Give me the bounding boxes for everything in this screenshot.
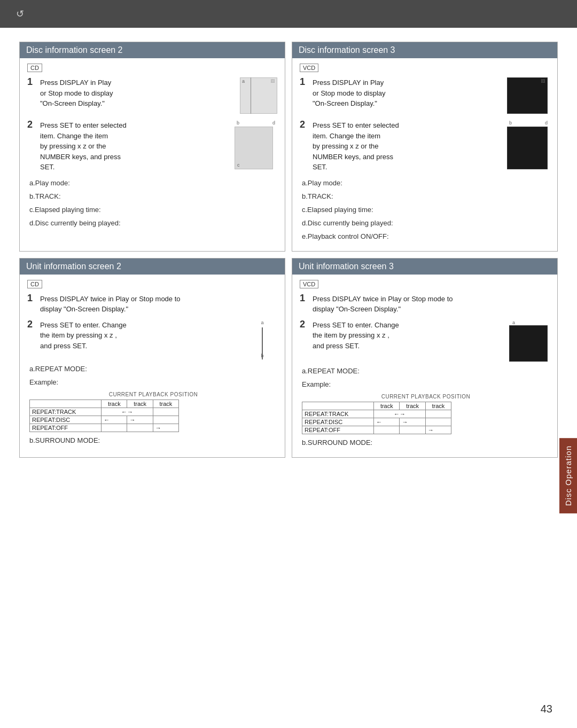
repeat-off-label: REPEAT:OFF: [30, 424, 102, 432]
disc-info-3-header: Disc information screen 3: [292, 42, 557, 58]
unit-step-num-3-1: 1: [300, 293, 313, 304]
disc-info-2-step2: 2 Press SET to enter selecteditem. Chang…: [27, 120, 277, 173]
unit-info-2-step1: 1 Press DISPLAY twice in Play or Stop mo…: [27, 294, 277, 315]
unit-step-text-3-2: Press SET to enter. Changethe item by pr…: [313, 320, 505, 351]
repeat-table-3: track track track REPEAT:TRACK ←→ REPEAT…: [302, 402, 451, 434]
step-num-2: 2: [27, 119, 40, 130]
sub-item-d: d.Disc currently being played:: [29, 219, 277, 227]
table-row: REPEAT:TRACK ←→: [302, 410, 451, 418]
unit-step-num-1: 1: [27, 293, 40, 304]
unit-info-2-header: Unit information screen 2: [20, 259, 285, 275]
step-text-2: Press SET to enter selecteditem. Change …: [40, 120, 230, 173]
disc-badge-vcd-3: VCD: [300, 64, 318, 72]
disc-info-2-img1: 🖼: [240, 77, 277, 114]
sub-item-3-a: a.Play mode:: [302, 179, 550, 187]
table-header-track3: track: [153, 400, 178, 408]
disc-info-2-step1: 1 Press DISPLAY in Playor Stop mode to d…: [27, 77, 277, 114]
unit-info-2-subitems: a.REPEAT MODE: Example: CURRENT PLAYBACK…: [27, 365, 277, 444]
unit-step-text-2: Press SET to enter. Changethe item by pr…: [40, 320, 243, 351]
unit-step-num-3-2: 2: [300, 319, 313, 330]
repeat-table-2: track track track REPEAT:TRACK ←→ REPEAT…: [29, 400, 179, 432]
unit-sub-item-a: a.REPEAT MODE:: [29, 365, 277, 373]
repeat-off-empty2-3: [400, 426, 425, 434]
disc-info-screen-2: Disc information screen 2 CD 1 Press DIS…: [19, 42, 285, 252]
table-header-track2: track: [127, 400, 153, 408]
sub-item-3-d: d.Disc currently being played:: [302, 219, 550, 227]
side-tab-disc-operation: Disc Operation: [559, 438, 577, 513]
unit-info-3-step1: 1 Press DISPLAY twice in Play or Stop mo…: [300, 294, 550, 315]
repeat-disc-empty-3: [425, 418, 451, 426]
sub-item-a: a.Play mode:: [29, 179, 277, 187]
unit-info-screen-2: Unit information screen 2 CD 1 Press DIS…: [19, 258, 285, 458]
step-num-1: 1: [27, 76, 40, 88]
repeat-off-empty2: [127, 424, 153, 432]
sub-item-3-c: c.Elapsed playing time:: [302, 206, 550, 214]
disc-info-3-img2: [507, 127, 548, 169]
repeat-disc-arrow2: →: [127, 416, 153, 424]
disc-info-2-subitems: a.Play mode: b.TRACK: c.Elapsed playing …: [27, 179, 277, 227]
unit-sub-item-3-a: a.REPEAT MODE:: [302, 367, 550, 375]
table-row: REPEAT:DISC ← →: [30, 416, 179, 424]
unit-step-text-1: Press DISPLAY twice in Play or Stop mode…: [40, 294, 277, 315]
sub-item-b: b.TRACK:: [29, 192, 277, 200]
sub-item-c: c.Elapsed playing time:: [29, 206, 277, 214]
table-header-track3-3: track: [425, 402, 451, 410]
disc-info-3-subitems: a.Play mode: b.TRACK: c.Elapsed playing …: [300, 179, 550, 240]
sub-item-3-e: e.Playback control ON/OFF:: [302, 232, 550, 240]
unit-badge-vcd-3: VCD: [300, 280, 318, 288]
unit-info-3-subitems: a.REPEAT MODE: Example: CURRENT PLAYBACK…: [300, 367, 550, 447]
sub-item-3-b: b.TRACK:: [302, 192, 550, 200]
repeat-off-arrow-3: →: [425, 426, 451, 434]
disc-info-2-body: CD 1 Press DISPLAY in Playor Stop mode t…: [20, 58, 285, 238]
unit-sub-item-3-b: b.SURROUND MODE:: [302, 439, 550, 447]
repeat-track-arrow1: ←→: [102, 408, 153, 416]
disc-badge-cd-2: CD: [27, 64, 42, 72]
step-text-3-2: Press SET to enter selecteditem. Change …: [313, 120, 503, 173]
unit-info-2-body: CD 1 Press DISPLAY twice in Play or Stop…: [20, 275, 285, 455]
repeat-off-empty1: [102, 424, 127, 432]
disc-info-3-step1: 1 Press DISPLAY in Playor Stop mode to d…: [300, 77, 550, 114]
table-header-empty-3: [302, 402, 374, 410]
repeat-disc-arrow1: ←: [102, 416, 127, 424]
repeat-disc-arrow2-3: →: [400, 418, 425, 426]
repeat-disc-empty: [153, 416, 178, 424]
table-row: REPEAT:TRACK ←→: [30, 408, 179, 416]
disc-info-3-step2: 2 Press SET to enter selecteditem. Chang…: [300, 120, 550, 173]
unit-step-num-2: 2: [27, 319, 40, 330]
repeat-track-empty: [153, 408, 178, 416]
disc-info-screen-3: Disc information screen 3 VCD 1 Press DI…: [292, 42, 558, 252]
unit-example: Example:: [29, 378, 277, 386]
step-num-3-1: 1: [300, 76, 313, 88]
unit-info-3-header: Unit information screen 3: [292, 259, 557, 275]
unit-info-screen-3: Unit information screen 3 VCD 1 Press DI…: [292, 258, 558, 458]
step-text-1: Press DISPLAY in Playor Stop mode to dis…: [40, 77, 235, 109]
table-header-track2-3: track: [400, 402, 425, 410]
repeat-disc-arrow1-3: ←: [374, 418, 400, 426]
repeat-track-arrow1-3: ←→: [374, 410, 426, 418]
table-header-track1-3: track: [374, 402, 400, 410]
table-row: REPEAT:OFF →: [30, 424, 179, 432]
repeat-track-empty-3: [425, 410, 451, 418]
disc-info-3-img1: 🖼: [507, 77, 548, 114]
unit-info-3-body: VCD 1 Press DISPLAY twice in Play or Sto…: [292, 275, 557, 457]
table-row: REPEAT:DISC ← →: [302, 418, 451, 426]
current-playback-label-2: CURRENT PLAYBACK POSITION: [29, 392, 277, 397]
disc-info-2-header: Disc information screen 2: [20, 42, 285, 58]
unit-info-3-img2: [509, 325, 548, 362]
main-content: Disc information screen 2 CD 1 Press DIS…: [0, 28, 577, 477]
repeat-off-empty1-3: [374, 426, 400, 434]
repeat-disc-label-3: REPEAT:DISC: [302, 418, 374, 426]
table-header-track1: track: [102, 400, 127, 408]
current-playback-label-3: CURRENT PLAYBACK POSITION: [302, 394, 550, 400]
unit-sub-item-b: b.SURROUND MODE:: [29, 436, 277, 444]
repeat-track-label-3: REPEAT:TRACK: [302, 410, 374, 418]
unit-step-text-3-1: Press DISPLAY twice in Play or Stop mode…: [313, 294, 550, 315]
repeat-off-arrow: →: [153, 424, 178, 432]
repeat-off-label-3: REPEAT:OFF: [302, 426, 374, 434]
unit-info-3-step2: 2 Press SET to enter. Changethe item by …: [300, 320, 550, 362]
step-num-3-2: 2: [300, 119, 313, 130]
disc-info-3-body: VCD 1 Press DISPLAY in Playor Stop mode …: [292, 58, 557, 251]
table-header-empty: [30, 400, 102, 408]
unit-example-3: Example:: [302, 380, 550, 388]
page-number: 43: [541, 703, 552, 715]
